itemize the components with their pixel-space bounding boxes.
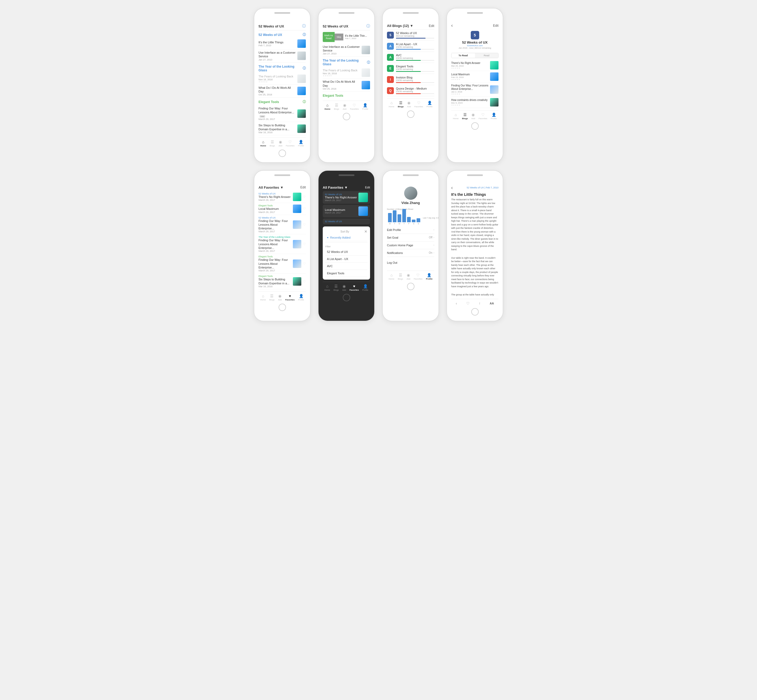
home-button-1[interactable] xyxy=(278,150,286,157)
heart-icon[interactable]: ♡ xyxy=(303,242,306,246)
nav-favorites-4[interactable]: ♡ Favorites xyxy=(479,112,487,120)
nav-favorites-6[interactable]: ♥ Favorites xyxy=(349,284,359,291)
settings-custom-home[interactable]: Custom Home Page › xyxy=(387,242,434,249)
list-item[interactable]: Finding Our Way: Four Lessons About Ente… xyxy=(451,83,499,97)
tab-read[interactable]: Read xyxy=(475,53,499,58)
dark-list-item[interactable]: 52 Weeks of UX There's No Right Answer M… xyxy=(323,191,370,204)
list-item[interactable]: Elegant Tools Finding Our Way: Four Less… xyxy=(258,254,306,273)
edit-button-5[interactable]: Edit xyxy=(300,186,306,189)
nav-blogs-2[interactable]: ☰ Blogs xyxy=(334,103,339,110)
section-title-52weeks[interactable]: 52 Weeks of UX ⓘ xyxy=(258,30,306,38)
nav-add-6[interactable]: ◉ Add xyxy=(342,284,346,291)
tab-to-read[interactable]: To Read xyxy=(452,53,475,58)
home-button-4[interactable] xyxy=(471,122,479,130)
settings-set-goal[interactable]: Set Goal Off › xyxy=(387,234,434,242)
dark-list-item[interactable]: Local Maximum March 29, 2017 xyxy=(323,205,370,217)
nav-add-7[interactable]: ◉ Add xyxy=(407,273,410,280)
nav-favorites-3[interactable]: ♡ Favorites xyxy=(414,101,423,108)
dark-edit-button[interactable]: Edit xyxy=(365,186,370,189)
list-item[interactable]: Q Quora Design - Medium 23/35 remaining xyxy=(387,85,434,96)
nav-favorites-7[interactable]: ♡ Favorites xyxy=(414,273,422,280)
nav-add-3[interactable]: ◉ Add xyxy=(407,101,411,108)
home-button-6[interactable] xyxy=(343,294,350,301)
section-title-looking-glass[interactable]: The Year of the Looking Glass ⓘ xyxy=(258,62,306,73)
list-item[interactable]: Use Interface as a Customer Service Jan … xyxy=(258,49,306,62)
back-button-4[interactable]: ‹ xyxy=(451,23,453,28)
footer-heart-icon[interactable]: ♡ xyxy=(466,301,470,305)
nav-blogs-7[interactable]: ☰ Blogs xyxy=(398,273,403,280)
nav-add[interactable]: ◉ Add xyxy=(278,140,282,147)
edit-button-3[interactable]: Edit xyxy=(429,24,434,28)
nav-blogs-3[interactable]: ☰ Blogs xyxy=(398,101,404,108)
fav-title[interactable]: All Favorites ▼ xyxy=(258,186,284,189)
section-title-elegant-tools-2[interactable]: Elegant Tools xyxy=(323,92,370,98)
filter-option-avc[interactable]: AVC xyxy=(325,262,368,270)
footer-back-icon[interactable]: ‹ xyxy=(456,301,457,305)
nav-add-2[interactable]: ◉ Add xyxy=(343,103,347,110)
section-icon-3[interactable]: ⓘ xyxy=(303,100,306,104)
close-modal-button[interactable]: ✕ xyxy=(364,230,368,234)
list-item[interactable]: 52 Weeks of UX Finding Our Way: Four Les… xyxy=(258,215,306,234)
filter-option-elegant[interactable]: Elegant Tools xyxy=(325,270,368,277)
nav-home-5[interactable]: ⌂ Home xyxy=(260,294,266,301)
list-item[interactable]: Local Maximum Feb 13, 2016 ★★★★★ xyxy=(451,71,499,83)
home-button-7[interactable] xyxy=(407,283,414,290)
nav-blogs-6[interactable]: ☰ Blogs xyxy=(333,284,339,291)
nav-add-5[interactable]: ◉ Add xyxy=(278,294,282,301)
list-item[interactable]: A AVC 23/35 remaining xyxy=(387,52,434,63)
nav-home-2[interactable]: ⌂ Home xyxy=(325,103,330,110)
list-item[interactable]: I Invision Blog 23/35 remaining xyxy=(387,74,434,85)
edit-button-4[interactable]: Edit xyxy=(493,24,499,28)
list-item[interactable]: Elegant Tools Six Steps to Building Doma… xyxy=(258,273,306,289)
section-title-looking-glass-2[interactable]: The Year of the Looking Glass ⓘ xyxy=(323,56,370,67)
heart-icon[interactable]: ♡ xyxy=(303,280,306,283)
nav-home-6[interactable]: ⌂ Home xyxy=(325,284,330,291)
skip-button[interactable]: Skip xyxy=(335,34,344,41)
nav-profile-4[interactable]: 👤 Profile xyxy=(491,112,497,120)
heart-icon[interactable]: ♡ xyxy=(303,207,306,211)
nav-favorites-2[interactable]: ♡ Favorites xyxy=(350,103,359,110)
nav-favorites[interactable]: ♡ Favorites xyxy=(286,140,294,147)
back-button-8[interactable]: ‹ xyxy=(451,185,453,191)
info-icon-2[interactable]: ⓘ xyxy=(366,24,370,28)
list-item[interactable]: Elegant Tools Local Maximum March 29, 20… xyxy=(258,203,306,215)
list-item[interactable]: Six Steps to Building Domain Expertise i… xyxy=(258,122,306,135)
list-item[interactable]: 52 Weeks of UX There's No Right Answer M… xyxy=(258,191,306,203)
list-item[interactable]: There's No Right Answer Mar 29, 2016 ★★★… xyxy=(451,60,499,71)
settings-edit-profile[interactable]: Edit Profile › xyxy=(387,226,434,234)
info-icon-1[interactable]: ⓘ xyxy=(302,24,306,28)
heart-icon[interactable]: ♡ xyxy=(303,262,306,266)
nav-profile-5[interactable]: 👤 Profile xyxy=(298,294,304,301)
nav-home-3[interactable]: ⌂ Home xyxy=(389,101,394,108)
home-button-8[interactable] xyxy=(471,308,479,316)
mark-as-read-button[interactable]: Mark AsRead xyxy=(323,32,335,42)
list-item[interactable]: 5 52 Weeks of UX 86/112 remaining xyxy=(387,30,434,41)
dark-list-item[interactable]: 52 Weeks of UX xyxy=(323,219,370,224)
list-item[interactable]: It's the Little Things Feb 7, 2010 xyxy=(258,38,306,49)
nav-blogs-5[interactable]: ☰ Blogs xyxy=(269,294,275,301)
list-item[interactable]: A A List Apart - UX 23/35 remaining xyxy=(387,41,434,52)
filter-option-alist[interactable]: A List Apart - UX xyxy=(325,256,368,262)
nav-home-4[interactable]: ⌂ Home xyxy=(453,112,458,120)
nav-blogs-4[interactable]: ☰ Blogs xyxy=(462,112,468,120)
home-button-3[interactable] xyxy=(407,111,414,118)
home-button-2[interactable] xyxy=(343,113,350,120)
filter-option-52weeks[interactable]: 52 Weeks of UX xyxy=(325,248,368,256)
list-item[interactable]: What Do I Do At Work All Day Oct 25, 201… xyxy=(258,84,306,98)
nav-profile[interactable]: 👤 Profile xyxy=(298,140,304,147)
list-item[interactable]: The Year of the Looking Glass Finding Ou… xyxy=(258,234,306,254)
list-item[interactable]: How contraints drives creativity Dec 9, … xyxy=(451,97,499,108)
settings-notifications[interactable]: Notifications On › xyxy=(387,249,434,257)
nav-profile-2[interactable]: 👤 Profile xyxy=(362,103,368,110)
heart-icon[interactable]: ♡ xyxy=(303,223,306,227)
section-icon-2[interactable]: ⓘ xyxy=(303,66,306,70)
list-item[interactable]: The Fears of Looking Back Nov 16, 2016 ★… xyxy=(258,73,306,84)
sort-option-recently-added[interactable]: ● Recently Added xyxy=(325,234,368,241)
dark-header-title[interactable]: All Favorites ▼ xyxy=(323,186,348,189)
footer-share-icon[interactable]: ↑ xyxy=(479,301,480,305)
heart-icon[interactable]: ♡ xyxy=(303,195,306,199)
footer-aa-icon[interactable]: AA xyxy=(490,302,494,305)
list-item[interactable]: The Fears of Looking Back Nov 16, 2016 ★… xyxy=(323,67,370,78)
section-title-elegant-tools[interactable]: Elegant Tools ⓘ xyxy=(258,97,306,105)
nav-profile-3[interactable]: 👤 Profile xyxy=(427,101,433,108)
